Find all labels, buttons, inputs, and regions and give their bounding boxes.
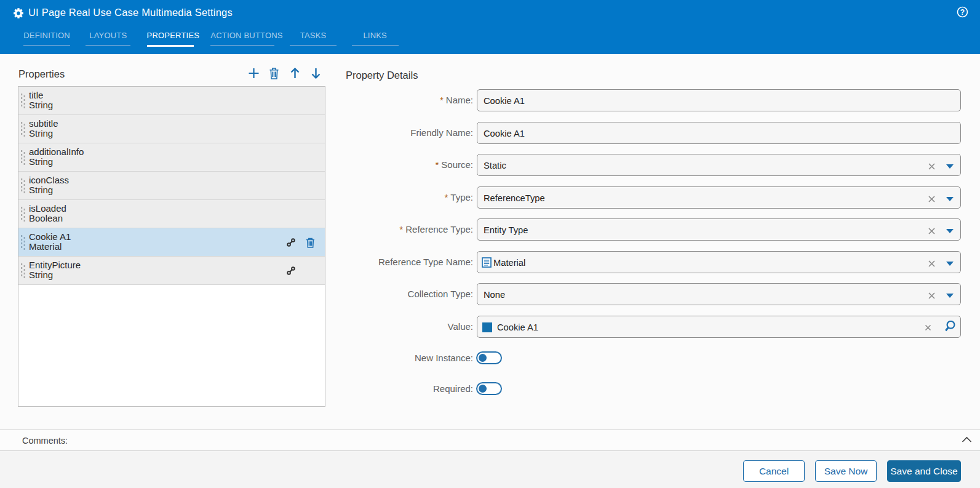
svg-text:?: ? [960,8,965,17]
